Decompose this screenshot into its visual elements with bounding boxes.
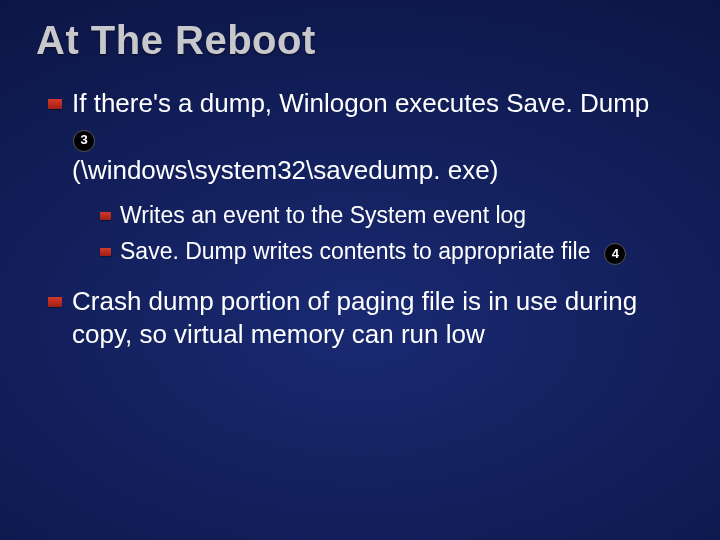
- text-segment: Save. Dump writes contents to appropriat…: [120, 238, 597, 264]
- number-badge: 3: [73, 130, 95, 152]
- list-item: Crash dump portion of paging file is in …: [48, 285, 684, 352]
- text-segment: If there's a dump, Winlogon executes Sav…: [72, 88, 656, 118]
- text-segment: Writes an event to the System event log: [120, 202, 526, 228]
- list-item: Save. Dump writes contents to appropriat…: [100, 237, 684, 267]
- number-badge: 4: [604, 243, 626, 265]
- bullet-list-level1: If there's a dump, Winlogon executes Sav…: [36, 87, 684, 351]
- slide-title: At The Reboot: [36, 18, 684, 63]
- text-segment: Crash dump portion of paging file is in …: [72, 286, 644, 349]
- list-item: Writes an event to the System event log: [100, 201, 684, 231]
- text-segment: (\windows\system32\savedump. exe): [72, 155, 498, 185]
- bullet-list-level2: Writes an event to the System event log …: [72, 201, 684, 267]
- slide: At The Reboot If there's a dump, Winlogo…: [0, 0, 720, 540]
- list-item: If there's a dump, Winlogon executes Sav…: [48, 87, 684, 267]
